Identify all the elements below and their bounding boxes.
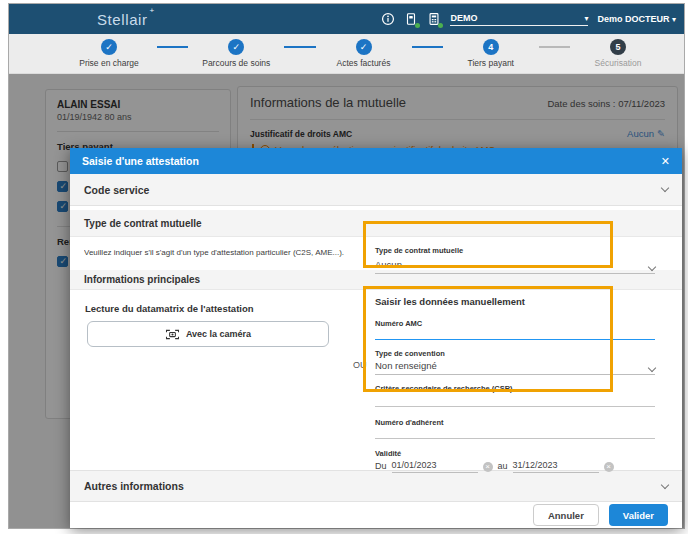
step-parcours-de-soins[interactable]: ✓ Parcours de soins [188, 39, 284, 68]
accordion-label: Autres informations [84, 480, 184, 492]
validite-label: Validité [375, 449, 655, 458]
chevron-down-icon: ▾ [672, 15, 676, 24]
vitale-card-reader-icon[interactable] [404, 12, 418, 26]
step-label: Prise en charge [79, 58, 139, 68]
camera-scan-button[interactable]: Avec la caméra [87, 321, 329, 347]
type-contrat-help-text: Veuillez indiquer s'il s'agit d'un type … [84, 248, 344, 257]
step-label: Sécurisation [595, 58, 642, 68]
infos-principales-body: Lecture du datamatrix de l'attestation A… [70, 290, 682, 470]
user-menu[interactable]: Demo DOCTEUR ▾ [597, 14, 676, 24]
stepper-connector [284, 46, 315, 48]
section-type-contrat: Type de contrat mutuelle [70, 210, 682, 237]
stepper-connector [157, 46, 188, 48]
terminal-icon[interactable] [427, 12, 441, 26]
status-ok-dot [415, 23, 420, 28]
stepper-connector [539, 46, 570, 48]
modal-title: Saisie d'une attestation [82, 155, 199, 167]
workflow-stepper: ✓ Prise en charge ✓ Parcours de soins ✓ … [9, 34, 684, 74]
type-contrat-body: Veuillez indiquer s'il s'agit d'un type … [70, 237, 682, 270]
numero-adherent-input[interactable] [375, 427, 655, 439]
modal-footer: Annuler Valider [70, 502, 682, 528]
scan-camera-icon [165, 328, 180, 341]
step-securisation[interactable]: 5 Sécurisation [570, 39, 666, 68]
step-check-icon: ✓ [228, 39, 244, 55]
user-menu-label: Demo DOCTEUR [597, 14, 669, 24]
step-check-icon: ✓ [356, 39, 372, 55]
submit-button[interactable]: Valider [609, 504, 668, 526]
date-to-prefix: au [498, 461, 508, 473]
type-convention-select[interactable]: Non renseigné [375, 360, 655, 375]
chevron-down-icon: ▾ [584, 14, 588, 23]
csr-label: Critère secondaire de recherche (CSR) [375, 384, 655, 393]
chevron-down-icon [648, 263, 656, 271]
step-tiers-payant[interactable]: 4 Tiers payant [443, 39, 539, 68]
validite-dates-row: Du 01/01/2023 × au 31/12/2023 × [375, 460, 655, 473]
numero-amc-input[interactable] [375, 328, 655, 340]
step-check-icon: ✓ [101, 39, 117, 55]
select-label: Type de contrat mutuelle [375, 246, 463, 255]
type-convention-label: Type de convention [375, 349, 655, 358]
date-to-input[interactable]: 31/12/2023 [513, 460, 599, 473]
chevron-down-icon [648, 364, 656, 372]
environment-select[interactable]: DEMO ▾ [450, 13, 588, 26]
step-label: Parcours de soins [202, 58, 270, 68]
top-bar: Stellair DEMO ▾ Demo DOCTEU [9, 4, 684, 34]
select-value: Non renseigné [375, 360, 437, 371]
csr-input[interactable] [375, 395, 655, 407]
step-label: Tiers payant [468, 58, 514, 68]
close-icon[interactable]: ✕ [661, 155, 670, 168]
attestation-modal: Saisie d'une attestation ✕ Code service … [70, 148, 682, 528]
step-label: Actes facturés [337, 58, 391, 68]
select-value: Aucun [375, 259, 402, 270]
step-number-badge: 5 [610, 39, 626, 55]
step-number-badge: 4 [483, 39, 499, 55]
accordion-autres-informations[interactable]: Autres informations [70, 470, 682, 502]
screenshot-root: Stellair DEMO ▾ Demo DOCTEU [0, 0, 688, 534]
step-actes-factures[interactable]: ✓ Actes facturés [316, 39, 412, 68]
modal-header: Saisie d'une attestation ✕ [70, 148, 682, 174]
stellair-logo: Stellair [97, 11, 148, 28]
environment-select-value: DEMO [450, 13, 477, 23]
select-field[interactable]: Aucun [375, 259, 655, 274]
numero-amc-label: Numéro AMC [375, 319, 655, 328]
date-from-input[interactable]: 01/01/2023 [392, 460, 478, 473]
info-icon[interactable] [381, 12, 395, 26]
chevron-down-icon [661, 184, 669, 192]
stepper-connector [412, 46, 443, 48]
status-ok-dot [438, 23, 443, 28]
manual-entry-column: Saisir les données manuellement Numéro A… [375, 296, 655, 473]
top-bar-right: DEMO ▾ Demo DOCTEUR ▾ [381, 12, 676, 26]
camera-button-label: Avec la caméra [186, 329, 251, 339]
or-divider: OU [353, 360, 367, 370]
manual-entry-heading: Saisir les données manuellement [375, 296, 655, 307]
date-from-prefix: Du [375, 461, 387, 473]
step-prise-en-charge[interactable]: ✓ Prise en charge [61, 39, 157, 68]
clear-date-icon[interactable]: × [604, 462, 614, 472]
datamatrix-heading: Lecture du datamatrix de l'attestation [85, 303, 254, 314]
cancel-button[interactable]: Annuler [533, 504, 599, 526]
accordion-code-service[interactable]: Code service [70, 174, 682, 206]
type-contrat-select[interactable]: Type de contrat mutuelle Aucun [375, 239, 655, 274]
numero-adherent-label: Numéro d'adhérent [375, 418, 655, 427]
clear-date-icon[interactable]: × [483, 462, 493, 472]
chevron-down-icon [661, 480, 669, 488]
accordion-label: Code service [84, 184, 149, 196]
